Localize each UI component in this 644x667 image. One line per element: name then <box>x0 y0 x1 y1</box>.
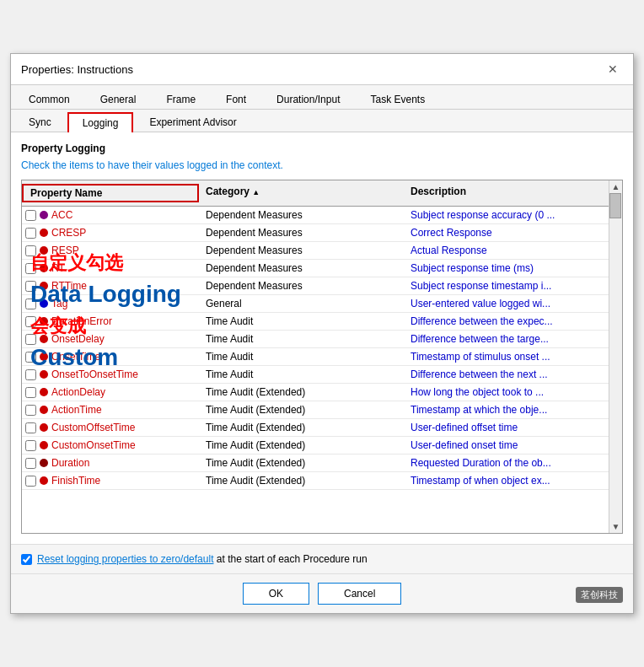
table-row: ActionDelayTime Audit (Extended)How long… <box>22 384 609 401</box>
tab-common[interactable]: Common <box>14 89 84 110</box>
reset-logging-checkbox[interactable] <box>21 554 32 565</box>
category-cell: Time Audit (Extended) <box>199 438 404 453</box>
property-dot-icon <box>40 370 48 379</box>
table-row: OnsetTimeTime AuditTimestamp of stimulus… <box>22 348 609 366</box>
category-cell: Time Audit (Extended) <box>199 402 404 417</box>
tab-logging[interactable]: Logging <box>67 112 134 132</box>
header-description: Description <box>404 184 609 202</box>
row-checkbox[interactable] <box>25 422 36 433</box>
row-checkbox[interactable] <box>25 352 36 363</box>
row-checkbox[interactable] <box>25 281 36 292</box>
property-name-label: FinishTime <box>51 475 100 487</box>
ok-button[interactable]: OK <box>243 583 309 605</box>
property-dot-icon <box>40 299 48 308</box>
tab-sync[interactable]: Sync <box>14 112 66 132</box>
category-cell: Dependent Measures <box>199 225 404 240</box>
table-row: FinishTimeTime Audit (Extended)Timestamp… <box>22 472 609 490</box>
prop-cell: ActionTime <box>22 402 199 417</box>
prop-cell: ActionDelay <box>22 385 199 400</box>
category-cell: Time Audit <box>199 331 404 347</box>
tab-experiment-advisor[interactable]: Experiment Advisor <box>135 112 250 132</box>
table-row: ActionTimeTime Audit (Extended)Timestamp… <box>22 401 609 419</box>
property-name-label: CustomOffsetTime <box>51 422 135 433</box>
tab-duration-input[interactable]: Duration/Input <box>262 89 354 110</box>
table-row: TagGeneralUser-entered value logged wi..… <box>22 295 609 313</box>
table-row: CustomOnsetTimeTime Audit (Extended)User… <box>22 437 609 455</box>
title-bar: Properties: Instructions ✕ <box>11 54 633 85</box>
property-name-label: RT <box>51 262 65 274</box>
scroll-down-button[interactable]: ▼ <box>609 520 622 533</box>
row-checkbox[interactable] <box>25 245 36 256</box>
property-dot-icon <box>40 388 48 396</box>
row-checkbox[interactable] <box>25 228 36 239</box>
property-dot-icon <box>40 459 48 467</box>
close-button[interactable]: ✕ <box>603 61 623 78</box>
tab-row-2: Sync Logging Experiment Advisor <box>11 110 633 132</box>
property-dot-icon <box>40 282 48 290</box>
property-dot-icon <box>40 264 48 272</box>
watermark: 茗创科技 <box>576 587 623 603</box>
row-checkbox[interactable] <box>25 334 36 345</box>
prop-cell: CustomOffsetTime <box>22 420 199 435</box>
scroll-track[interactable] <box>609 193 622 520</box>
property-name-label: OnsetDelay <box>51 333 105 345</box>
prop-cell: OnsetToOnsetTime <box>22 367 199 382</box>
description-cell: Timestamp of stimulus onset ... <box>404 349 609 364</box>
description-cell: Subject response timestamp i... <box>404 278 609 293</box>
prop-cell: FinishTime <box>22 473 199 488</box>
property-name-label: ACC <box>51 209 72 221</box>
header-category[interactable]: Category <box>199 184 404 202</box>
tab-task-events[interactable]: Task Events <box>356 89 439 110</box>
table-row: CRESPDependent MeasuresCorrect Response <box>22 224 609 242</box>
description-cell: How long the object took to ... <box>404 385 609 400</box>
tab-font[interactable]: Font <box>212 89 260 110</box>
description-cell: Subject response accuracy (0 ... <box>404 207 609 223</box>
table-row: ACCDependent MeasuresSubject response ac… <box>22 207 609 224</box>
table-row: OnsetDelayTime AuditDifference between t… <box>22 331 609 348</box>
description-cell: Timestamp of when object ex... <box>404 473 609 488</box>
property-name-label: CustomOnsetTime <box>51 439 136 451</box>
row-checkbox[interactable] <box>25 299 36 309</box>
row-checkbox[interactable] <box>25 458 36 469</box>
row-checkbox[interactable] <box>25 405 36 416</box>
scroll-up-button[interactable]: ▲ <box>609 180 622 193</box>
description-cell: User-entered value logged wi... <box>404 296 609 311</box>
prop-cell: OnsetDelay <box>22 331 199 347</box>
tab-general[interactable]: General <box>86 89 151 110</box>
property-dot-icon <box>40 317 48 325</box>
reset-logging-suffix: at the start of each Procedure run <box>217 553 368 565</box>
property-dot-icon <box>40 335 48 343</box>
description-cell: Requested Duration of the ob... <box>404 455 609 471</box>
row-checkbox[interactable] <box>25 263 36 274</box>
category-cell: Dependent Measures <box>199 207 404 223</box>
reset-logging-label: Reset logging properties to zero/default <box>37 553 213 565</box>
section-title: Property Logging <box>21 143 623 154</box>
prop-cell: RESP <box>22 243 199 258</box>
row-checkbox[interactable] <box>25 316 36 327</box>
category-cell: Time Audit (Extended) <box>199 420 404 435</box>
row-checkbox[interactable] <box>25 387 36 398</box>
table-header: Property Name Category Description <box>22 180 609 207</box>
description-cell: Timestamp at which the obje... <box>404 402 609 417</box>
header-property-name: Property Name <box>22 184 199 202</box>
property-dot-icon <box>40 441 48 449</box>
tab-row-1: Common General Frame Font Duration/Input… <box>11 85 633 110</box>
table-row: RTTimeDependent MeasuresSubject response… <box>22 277 609 295</box>
row-checkbox[interactable] <box>25 476 36 487</box>
description-cell: Difference between the next ... <box>404 367 609 382</box>
description-cell: Difference between the expec... <box>404 314 609 329</box>
cancel-button[interactable]: Cancel <box>318 583 401 605</box>
scroll-thumb[interactable] <box>609 193 621 218</box>
prop-cell: RT <box>22 261 199 276</box>
row-checkbox[interactable] <box>25 440 36 451</box>
scrollbar[interactable]: ▲ ▼ <box>609 180 622 533</box>
properties-dialog: Properties: Instructions ✕ Common Genera… <box>10 53 634 614</box>
row-checkbox[interactable] <box>25 210 36 221</box>
property-dot-icon <box>40 229 48 237</box>
tab-frame[interactable]: Frame <box>152 89 210 110</box>
row-checkbox[interactable] <box>25 369 36 380</box>
property-name-label: Duration <box>51 457 89 469</box>
instruction-text: Check the items to have their values log… <box>21 159 623 171</box>
property-name-label: OnsetToOnsetTime <box>51 368 138 380</box>
category-cell: General <box>199 296 404 311</box>
